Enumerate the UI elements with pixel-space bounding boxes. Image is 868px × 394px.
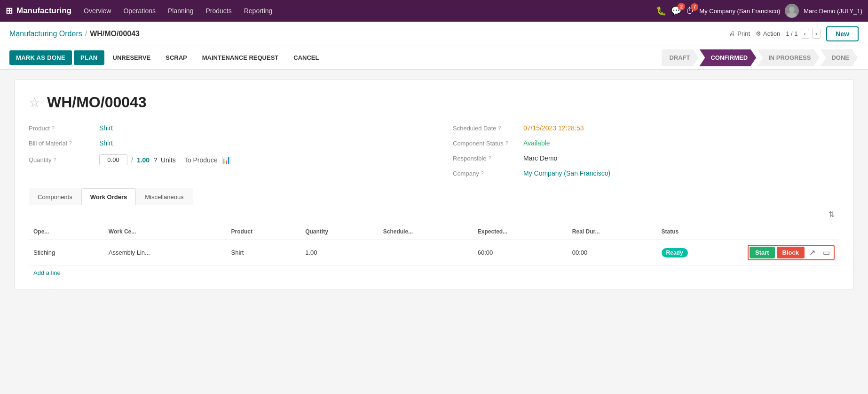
- next-page-button[interactable]: ›: [812, 29, 821, 39]
- pipeline-step-in-progress[interactable]: IN PROGRESS: [757, 49, 819, 66]
- clock-badge-wrap[interactable]: ⏱ 7: [686, 6, 694, 16]
- clock-badge: 7: [691, 3, 698, 11]
- header-bar: Manufacturing Orders / WH/MO/00043 🖨 Pri…: [0, 22, 868, 46]
- quantity-max: 1.00: [137, 156, 150, 164]
- cell-operation: Stiching: [29, 240, 104, 265]
- print-button[interactable]: 🖨 Print: [729, 30, 750, 37]
- breadcrumb: Manufacturing Orders / WH/MO/00043: [9, 30, 725, 38]
- block-button[interactable]: Block: [777, 247, 805, 258]
- quantity-label: Quantity ?: [29, 156, 99, 163]
- nav-planning[interactable]: Planning: [163, 5, 198, 16]
- form-title-row: ☆ WH/MO/00043: [29, 94, 839, 111]
- cell-expected: 60:00: [473, 240, 568, 265]
- app-logo[interactable]: ⊞ Manufacturing: [6, 6, 71, 16]
- unreserve-button[interactable]: UNRESERVE: [106, 50, 158, 65]
- bom-help-icon[interactable]: ?: [69, 140, 72, 146]
- product-label: Product ?: [29, 125, 99, 132]
- pipeline-step-confirmed[interactable]: CONFIRMED: [699, 49, 756, 66]
- responsible-label: Responsible ?: [453, 155, 523, 162]
- component-status-help-icon[interactable]: ?: [505, 140, 508, 146]
- col-expected[interactable]: Expected...: [473, 224, 568, 240]
- chat-badge-wrap[interactable]: 💬 2: [671, 6, 681, 16]
- prev-page-button[interactable]: ‹: [801, 29, 809, 39]
- tab-miscellaneous[interactable]: Miscellaneous: [136, 188, 192, 205]
- plan-button[interactable]: PLAN: [74, 50, 104, 65]
- external-link-icon: ↗: [809, 249, 815, 257]
- col-product[interactable]: Product: [227, 224, 301, 240]
- product-value[interactable]: Shirt: [99, 124, 113, 132]
- quantity-units: Units: [161, 156, 176, 164]
- status-badge: Ready: [662, 248, 688, 257]
- header-actions: 🖨 Print ⚙ Action 1 / 1 ‹ › New: [729, 26, 859, 41]
- col-quantity[interactable]: Quantity: [300, 224, 379, 240]
- quantity-help-icon[interactable]: ?: [53, 157, 56, 163]
- tab-work-orders[interactable]: Work Orders: [81, 188, 136, 205]
- row-actions-group: Start Block ↗ ▭: [748, 245, 835, 260]
- nav-operations[interactable]: Operations: [118, 5, 160, 16]
- tab-components[interactable]: Components: [29, 188, 81, 205]
- start-button[interactable]: Start: [750, 247, 775, 258]
- cell-product: Shirt: [227, 240, 301, 265]
- company-label: Company ?: [453, 170, 523, 177]
- work-orders-table: Ope... Work Ce... Product Quantity Sched…: [29, 224, 839, 265]
- col-schedule[interactable]: Schedule...: [379, 224, 473, 240]
- nav-reporting[interactable]: Reporting: [239, 5, 277, 16]
- scheduled-date-value[interactable]: 07/15/2023 12:28:53: [523, 124, 584, 132]
- chart-icon[interactable]: 📊: [221, 155, 231, 164]
- col-real-dur[interactable]: Real Dur...: [568, 224, 657, 240]
- col-actions: [743, 224, 839, 240]
- user-name[interactable]: Marc Demo (JULY_1): [804, 8, 862, 15]
- quantity-max-help-icon[interactable]: ?: [153, 156, 157, 164]
- col-status[interactable]: Status: [657, 224, 743, 240]
- add-line-link[interactable]: Add a line: [33, 265, 61, 280]
- scrap-button[interactable]: SCRAP: [159, 50, 194, 65]
- svg-point-0: [789, 7, 795, 12]
- company-help-icon[interactable]: ?: [481, 170, 484, 176]
- external-link-button[interactable]: ↗: [806, 247, 818, 258]
- pipeline-step-done[interactable]: DONE: [820, 49, 858, 66]
- app-title: Manufacturing: [16, 6, 71, 16]
- maintenance-request-button[interactable]: MAINTENANCE REQUEST: [196, 50, 285, 65]
- left-fields: Product ? Shirt Bill of Material ? Shirt…: [29, 124, 434, 177]
- product-field-row: Product ? Shirt: [29, 124, 434, 132]
- responsible-value[interactable]: Marc Demo: [523, 154, 557, 162]
- col-operation[interactable]: Ope...: [29, 224, 104, 240]
- svg-point-1: [787, 12, 797, 18]
- tablet-view-button[interactable]: ▭: [820, 247, 833, 258]
- bom-field-row: Bill of Material ? Shirt: [29, 139, 434, 147]
- tablet-icon: ▭: [823, 249, 830, 257]
- quantity-current-input[interactable]: [99, 154, 127, 165]
- main-content: ☆ WH/MO/00043 Product ? Shirt Bill of Ma…: [0, 70, 868, 299]
- breadcrumb-link[interactable]: Manufacturing Orders: [9, 30, 82, 38]
- avatar[interactable]: [785, 4, 799, 18]
- bug-icon[interactable]: 🐛: [656, 6, 666, 16]
- favorite-star-icon[interactable]: ☆: [29, 95, 40, 110]
- mark-as-done-button[interactable]: MARK AS DONE: [9, 50, 72, 65]
- nav-overview[interactable]: Overview: [79, 5, 116, 16]
- company-label[interactable]: My Company (San Francisco): [699, 8, 780, 15]
- table-settings-icon[interactable]: ⇅: [824, 205, 839, 224]
- bom-label: Bill of Material ?: [29, 140, 99, 147]
- work-orders-table-container: ⇅ Ope... Work Ce... Product Quantity Sch…: [29, 205, 839, 280]
- chat-badge: 2: [678, 3, 685, 10]
- grid-icon: ⊞: [6, 6, 13, 16]
- product-help-icon[interactable]: ?: [52, 125, 55, 131]
- cancel-button[interactable]: CANCEL: [287, 50, 325, 65]
- nav-products[interactable]: Products: [201, 5, 236, 16]
- breadcrumb-separator: /: [85, 30, 87, 38]
- component-status-field-row: Component Status ? Available: [453, 139, 839, 147]
- bom-value[interactable]: Shirt: [99, 139, 113, 147]
- to-produce-label: To Produce: [184, 156, 218, 164]
- responsible-help-icon[interactable]: ?: [489, 155, 491, 161]
- col-work-center[interactable]: Work Ce...: [104, 224, 227, 240]
- top-navigation: ⊞ Manufacturing Overview Operations Plan…: [0, 0, 868, 22]
- new-button[interactable]: New: [826, 26, 859, 41]
- company-value[interactable]: My Company (San Francisco): [523, 169, 610, 177]
- scheduled-date-help-icon[interactable]: ?: [498, 125, 501, 131]
- company-field-row: Company ? My Company (San Francisco): [453, 169, 839, 177]
- pipeline-step-draft[interactable]: DRAFT: [662, 49, 698, 66]
- table-body: Stiching Assembly Lin... Shirt 1.00 60:0…: [29, 240, 839, 265]
- component-status-label: Component Status ?: [453, 140, 523, 147]
- action-button[interactable]: ⚙ Action: [756, 30, 780, 37]
- gear-icon: ⚙: [756, 30, 761, 37]
